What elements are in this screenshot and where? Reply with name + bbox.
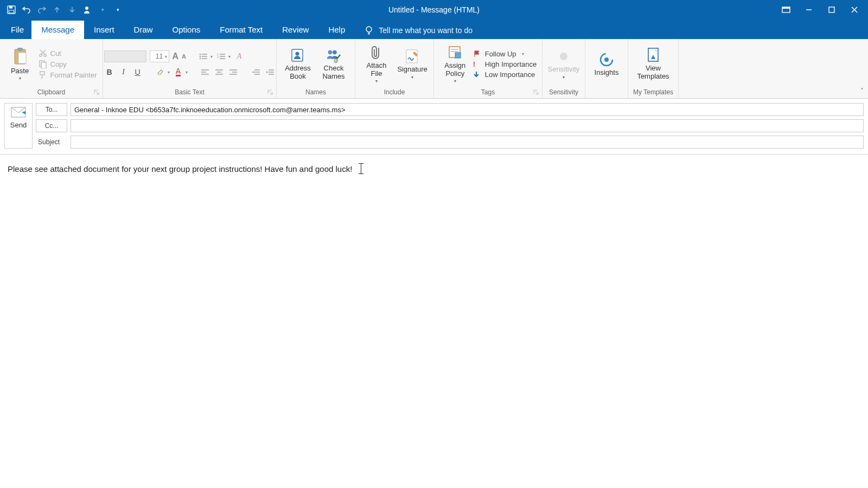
svg-point-23 [200, 54, 201, 55]
tags-launcher-icon[interactable] [533, 89, 540, 96]
font-name-select[interactable] [104, 50, 146, 62]
copy-icon [39, 60, 47, 68]
flag-icon [473, 50, 482, 57]
body-text: Please see attached document for your ne… [8, 164, 352, 174]
follow-up-label: Follow Up [485, 50, 516, 58]
policy-icon [447, 44, 463, 61]
tab-draw[interactable]: Draw [124, 21, 163, 39]
window-title: Untitled - Message (HTML) [388, 5, 480, 14]
low-importance-button[interactable]: Low Importance [473, 70, 537, 79]
font-color-icon[interactable]: A [173, 67, 184, 78]
next-item-icon[interactable] [67, 5, 77, 15]
clear-formatting-icon[interactable]: A [234, 51, 245, 62]
ribbon-display-icon[interactable] [781, 5, 791, 15]
text-cursor [361, 163, 361, 174]
view-templates-button[interactable]: ViewTemplates [633, 47, 674, 81]
svg-point-53 [333, 50, 337, 55]
follow-up-button[interactable]: Follow Up▾ [473, 50, 537, 58]
sensitivity-button[interactable]: Sensitivity ▾ [547, 48, 580, 80]
group-templates: ViewTemplates My Templates [628, 39, 679, 98]
shrink-font-icon[interactable]: A [182, 53, 186, 60]
undo-icon[interactable] [22, 5, 31, 15]
to-input[interactable]: General - Inknoe EDU <b653a7fc.inknoeedu… [71, 103, 864, 116]
assign-policy-dropdown-icon: ▾ [454, 79, 456, 84]
align-right-icon[interactable] [228, 67, 239, 78]
message-body[interactable]: Please see attached document for your ne… [0, 155, 868, 488]
low-importance-icon [473, 70, 482, 78]
tab-file[interactable]: File [3, 21, 31, 39]
svg-rect-2 [9, 10, 14, 13]
svg-rect-5 [782, 7, 790, 9]
check-names-label: CheckNames [322, 65, 344, 81]
align-center-icon[interactable] [214, 67, 225, 78]
ribbon-tabs: File Message Insert Draw Options Format … [0, 20, 868, 39]
attach-file-button[interactable]: AttachFile ▾ [360, 44, 393, 84]
clipboard-launcher-icon[interactable] [94, 89, 100, 96]
copy-button[interactable]: Copy [39, 60, 97, 68]
sensitivity-btn-label: Sensitivity [548, 66, 580, 74]
svg-text:@: @ [334, 58, 339, 63]
window-controls [781, 5, 868, 15]
send-envelope-icon [11, 107, 26, 118]
sensitivity-dropdown-icon: ▾ [563, 75, 565, 80]
underline-button[interactable]: U [132, 67, 143, 78]
italic-button[interactable]: I [118, 67, 129, 78]
title-bar: ▾ ▾ Untitled - Message (HTML) [0, 0, 868, 20]
tab-format-text[interactable]: Format Text [210, 21, 272, 39]
decrease-indent-icon[interactable] [251, 67, 261, 78]
numbering-icon[interactable]: 12 [216, 51, 227, 62]
qat-dropdown-icon[interactable]: ▾ [98, 5, 107, 15]
svg-point-17 [43, 54, 46, 56]
format-painter-button[interactable]: Format Painter [39, 70, 97, 79]
message-header-fields: Send To... General - Inknoe EDU <b653a7f… [0, 99, 868, 155]
grow-font-icon[interactable]: A [173, 52, 179, 61]
assign-policy-button[interactable]: AssignPolicy ▾ [439, 44, 471, 84]
cc-input[interactable] [71, 119, 864, 132]
highlight-icon[interactable] [155, 67, 166, 78]
redo-icon[interactable] [37, 5, 47, 15]
sensitivity-group-label: Sensitivity [549, 87, 578, 98]
low-importance-label: Low Importance [485, 70, 535, 79]
lightbulb-icon [365, 26, 373, 35]
address-book-button[interactable]: AddressBook [281, 47, 315, 81]
subject-input[interactable] [71, 136, 864, 149]
tell-me-search[interactable]: Tell me what you want to do [355, 26, 473, 39]
ribbon: Paste ▾ Cut Copy Format Painter Clipboar… [0, 39, 868, 99]
cc-button[interactable]: Cc... [36, 119, 67, 132]
bullets-icon[interactable] [198, 51, 209, 62]
insights-button[interactable]: Insights [590, 52, 623, 77]
tab-message[interactable]: Message [31, 21, 84, 39]
svg-rect-21 [41, 62, 46, 68]
minimize-icon[interactable] [804, 5, 814, 15]
high-importance-icon: ! [473, 60, 482, 68]
tell-me-label: Tell me what you want to do [379, 26, 473, 35]
save-icon[interactable] [7, 5, 16, 15]
check-names-button[interactable]: @ CheckNames [317, 47, 350, 81]
close-icon[interactable] [850, 5, 859, 15]
to-button[interactable]: To... [36, 103, 67, 116]
assign-policy-label: AssignPolicy [444, 62, 465, 78]
customize-qat-icon[interactable]: ▾ [113, 5, 123, 15]
basic-text-launcher-icon[interactable] [267, 89, 274, 96]
collapse-ribbon-icon[interactable]: ˄ [860, 87, 864, 95]
prev-item-icon[interactable] [52, 5, 62, 15]
svg-rect-14 [17, 48, 23, 51]
paste-button[interactable]: Paste ▾ [6, 47, 34, 81]
signature-button[interactable]: Signature ▾ [395, 48, 429, 80]
tab-review[interactable]: Review [272, 21, 318, 39]
person-icon[interactable] [82, 5, 92, 15]
font-size-select[interactable]: 11 [150, 50, 169, 62]
tab-options[interactable]: Options [163, 21, 210, 39]
align-left-icon[interactable] [200, 67, 210, 78]
paperclip-icon [368, 44, 385, 61]
high-importance-button[interactable]: !High Importance [473, 60, 537, 68]
paintbrush-icon [39, 70, 47, 79]
increase-indent-icon[interactable] [265, 67, 276, 78]
clipboard-group-label: Clipboard [37, 87, 65, 98]
tab-help[interactable]: Help [318, 21, 355, 39]
maximize-icon[interactable] [827, 5, 837, 15]
cut-button[interactable]: Cut [39, 49, 97, 57]
send-button[interactable]: Send [4, 103, 33, 149]
bold-button[interactable]: B [104, 67, 115, 78]
tab-insert[interactable]: Insert [84, 21, 124, 39]
